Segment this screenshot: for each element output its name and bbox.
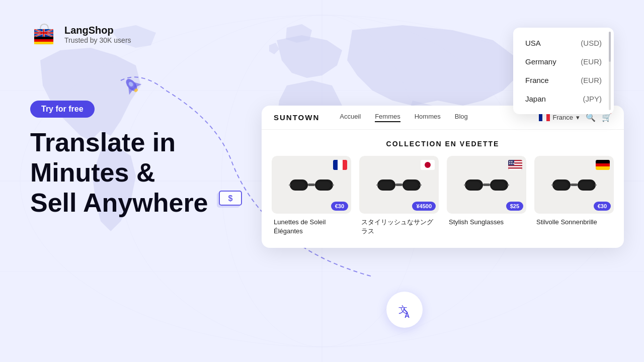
nav-hommes[interactable]: Hommes	[415, 113, 441, 122]
svg-rect-77	[596, 160, 610, 163]
svg-rect-45	[343, 160, 347, 170]
logo-text: LangShop Trusted by 30K users	[64, 25, 131, 44]
svg-rect-72	[571, 184, 578, 186]
currency-dropdown[interactable]: USA (USD) Germany (EUR) France (EUR) Jap…	[513, 28, 614, 114]
currency-item-germany[interactable]: Germany (EUR)	[513, 52, 614, 71]
chevron-down-icon: ▾	[576, 114, 580, 121]
svg-rect-74	[595, 185, 597, 186]
sunglasses-svg-3	[464, 173, 509, 196]
svg-rect-48	[395, 184, 403, 186]
svg-text:$: $	[228, 194, 233, 203]
svg-rect-61	[492, 182, 506, 189]
svg-rect-60	[466, 182, 480, 189]
product-flag-de	[596, 160, 610, 170]
svg-rect-39	[289, 185, 291, 186]
product-card-1[interactable]: €30 Lunettes de Soleil Élégantes	[272, 156, 351, 236]
product-flag-fr	[333, 160, 347, 170]
svg-point-54	[425, 162, 431, 168]
svg-rect-49	[376, 185, 378, 186]
logo-subtitle: Trusted by 30K users	[64, 36, 131, 44]
product-image-4: €30	[534, 156, 614, 214]
product-name-4: Stilvolle Sonnenbrille	[534, 214, 614, 227]
hero-section: Try for free Translate in Minutes & Sell…	[30, 101, 208, 218]
product-card-4[interactable]: €30 Stilvolle Sonnenbrille	[534, 156, 614, 236]
svg-rect-38	[308, 184, 315, 186]
svg-rect-30	[34, 37, 53, 39]
logo-title: LangShop	[64, 25, 131, 36]
product-image-1: €30	[272, 156, 351, 214]
svg-rect-43	[333, 160, 338, 170]
svg-rect-58	[464, 185, 466, 186]
store-nav-links: Accueil Femmes Hommes Blog	[340, 113, 538, 122]
product-flag-us: ★★★ ★★	[508, 160, 522, 170]
sunglasses-svg-1	[289, 173, 334, 196]
svg-rect-65	[508, 166, 522, 168]
svg-rect-50	[420, 185, 422, 186]
svg-rect-52	[404, 182, 418, 189]
svg-rect-51	[379, 182, 393, 189]
svg-rect-31	[34, 39, 53, 42]
sunglasses-svg-4	[551, 173, 597, 196]
product-flag-jp	[421, 160, 435, 170]
svg-rect-76	[579, 182, 593, 189]
product-card-2[interactable]: ¥4500 スタイリッシュなサングラス	[359, 156, 439, 236]
collection-title: COLLECTION EN VEDETTE	[262, 130, 624, 156]
svg-rect-40	[332, 185, 334, 186]
product-image-2: ¥4500	[359, 156, 439, 214]
money-icon: $	[216, 190, 243, 211]
svg-rect-79	[596, 166, 610, 170]
svg-rect-34	[542, 114, 546, 121]
product-card-3[interactable]: ★★★ ★★ $25 Stylish Sunglasses	[447, 156, 526, 236]
svg-rect-41	[291, 182, 305, 189]
product-name-2: スタイリッシュなサングラス	[359, 214, 439, 236]
product-price-4: €30	[594, 202, 611, 211]
rocket-icon	[121, 74, 145, 101]
svg-rect-73	[551, 185, 553, 186]
currency-item-france[interactable]: France (EUR)	[513, 71, 614, 89]
currency-item-japan[interactable]: Japan (JPY)	[513, 89, 614, 108]
nav-blog[interactable]: Blog	[455, 113, 468, 122]
svg-rect-32	[34, 42, 53, 44]
svg-rect-33	[539, 114, 542, 121]
product-price-1: €30	[331, 202, 348, 211]
svg-rect-42	[316, 182, 331, 189]
svg-rect-66	[508, 169, 522, 170]
svg-rect-59	[507, 185, 509, 186]
lang-label: France	[553, 114, 573, 121]
try-free-badge[interactable]: Try for free	[30, 101, 95, 118]
nav-accueil[interactable]: Accueil	[340, 113, 361, 122]
translate-bubble-icon: 文 A	[386, 292, 423, 328]
logo-icon	[30, 20, 58, 48]
products-grid: €30 Lunettes de Soleil Élégantes	[262, 156, 624, 248]
language-selector[interactable]: France ▾	[539, 114, 580, 121]
svg-rect-57	[483, 184, 490, 186]
store-brand: SUNTOWN	[274, 113, 319, 122]
svg-rect-78	[596, 163, 610, 166]
svg-rect-35	[546, 114, 550, 121]
store-mockup: SUNTOWN Accueil Femmes Hommes Blog Franc…	[262, 106, 624, 248]
svg-rect-75	[554, 182, 568, 189]
nav-femmes[interactable]: Femmes	[375, 113, 400, 122]
hero-title: Translate in Minutes & Sell Anywhere	[30, 128, 208, 218]
svg-text:★★: ★★	[509, 160, 513, 163]
product-price-2: ¥4500	[412, 202, 436, 211]
product-image-3: ★★★ ★★ $25	[447, 156, 526, 214]
product-name-3: Stylish Sunglasses	[447, 214, 526, 227]
currency-item-usa[interactable]: USA (USD)	[513, 34, 614, 52]
product-name-1: Lunettes de Soleil Élégantes	[272, 214, 351, 236]
product-price-3: $25	[506, 202, 523, 211]
sunglasses-svg-2	[376, 173, 422, 196]
svg-rect-44	[338, 160, 343, 170]
flag-france-icon	[539, 114, 550, 121]
